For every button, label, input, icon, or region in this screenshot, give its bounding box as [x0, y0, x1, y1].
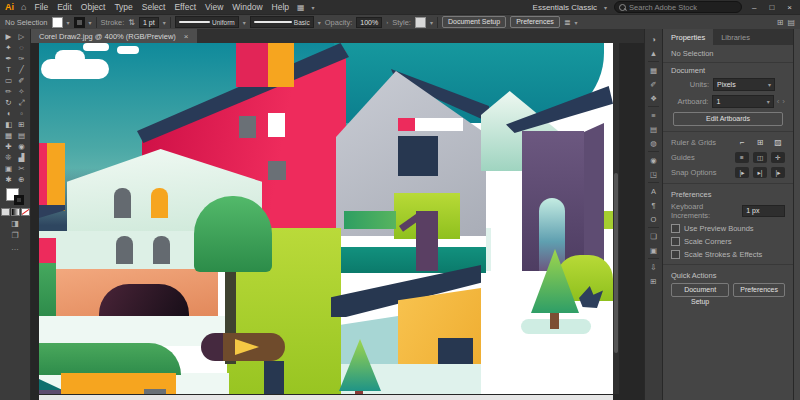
corner-ruler-icon[interactable]: ⌐: [735, 137, 749, 148]
units-select[interactable]: Pixels▾: [713, 78, 775, 91]
swatches-panel-icon[interactable]: ▦: [646, 63, 661, 77]
document-tab[interactable]: Corel Draw2.jpg @ 400% (RGB/Preview) ×: [31, 29, 197, 43]
scale-corners-checkbox[interactable]: [671, 237, 680, 246]
keyboard-increments-input[interactable]: 1 px: [742, 205, 785, 217]
quick-preferences-button[interactable]: Preferences: [733, 283, 785, 297]
maximize-button[interactable]: □: [766, 3, 777, 12]
lasso-tool[interactable]: ◌: [15, 42, 28, 53]
gray-house-window-navy[interactable]: [398, 136, 438, 176]
purple-tree-trunk[interactable]: [416, 211, 438, 271]
hand-tool[interactable]: ✱: [2, 174, 15, 185]
gray-house-window-pink[interactable]: [398, 118, 415, 131]
document-setup-button[interactable]: Document Setup: [442, 16, 506, 28]
edit-artboards-button[interactable]: Edit Artboards: [673, 112, 783, 126]
purple-house-side[interactable]: [584, 123, 604, 271]
magic-wand-tool[interactable]: ✦: [2, 42, 15, 53]
width-tool[interactable]: ◖: [2, 108, 15, 119]
tunnel-arch[interactable]: [99, 284, 189, 316]
zoom-tool[interactable]: ⊕: [15, 174, 28, 185]
stroke-panel-icon[interactable]: ≡: [646, 108, 661, 122]
artboard[interactable]: [39, 43, 613, 394]
selection-tool[interactable]: ▶: [2, 31, 15, 42]
stroke-stepper-icon[interactable]: ⇅: [128, 18, 135, 27]
color-panel-icon[interactable]: ◑: [646, 32, 661, 46]
transparency-panel-icon[interactable]: ◍: [646, 136, 661, 150]
symbol-sprayer-tool[interactable]: ❊: [2, 152, 15, 163]
eyedropper-tool[interactable]: ✚: [2, 141, 15, 152]
rotate-tool[interactable]: ↻: [2, 97, 15, 108]
opacity-more-icon[interactable]: ›: [386, 19, 388, 25]
slice-tool[interactable]: ✂: [15, 163, 28, 174]
edit-toolbar-icon[interactable]: …: [11, 243, 19, 252]
menu-type[interactable]: Type: [113, 2, 133, 12]
color-button[interactable]: [1, 208, 10, 216]
brush-definition-select[interactable]: Basic: [250, 16, 314, 28]
shape-builder-tool[interactable]: ◧: [2, 119, 15, 130]
menu-effect[interactable]: Effect: [173, 2, 197, 12]
tab-libraries[interactable]: Libraries: [713, 29, 758, 45]
arrange-documents-icon[interactable]: ⊞: [777, 18, 784, 27]
asset-export-panel-icon[interactable]: ⇩: [646, 260, 661, 274]
use-preview-bounds-checkbox[interactable]: [671, 224, 680, 233]
pencil-tool[interactable]: ✏: [2, 86, 15, 97]
scale-strokes-effects-checkbox[interactable]: [671, 250, 680, 259]
green-bush[interactable]: [39, 343, 181, 375]
graphic-styles-panel-icon[interactable]: ◳: [646, 167, 661, 181]
make-guides-icon[interactable]: ✛: [771, 152, 785, 163]
stroke-proxy[interactable]: [14, 195, 24, 205]
menu-file[interactable]: File: [33, 2, 49, 12]
mint-house-arch-window-gray[interactable]: [114, 188, 131, 218]
red-house-window-white[interactable]: [268, 113, 285, 137]
horizontal-scrollbar[interactable]: [31, 394, 644, 400]
curvature-tool[interactable]: ✑: [15, 53, 28, 64]
pink-block[interactable]: [39, 238, 56, 263]
green-hedge[interactable]: [344, 211, 396, 229]
preferences-button[interactable]: Preferences: [510, 16, 560, 28]
cloud[interactable]: [83, 43, 109, 51]
width-profile-chevron-icon[interactable]: ▾: [243, 19, 246, 26]
stroke-chevron-icon[interactable]: ▾: [89, 19, 92, 26]
line-segment-tool[interactable]: ╱: [15, 64, 28, 75]
mesh-tool[interactable]: ▦: [2, 130, 15, 141]
fill-chevron-icon[interactable]: ▾: [67, 19, 70, 26]
stroke-weight-chevron-icon[interactable]: ▾: [163, 19, 166, 26]
style-swatch[interactable]: [415, 17, 426, 28]
mint-wall-arch-window[interactable]: [116, 236, 133, 264]
menu-edit[interactable]: Edit: [56, 2, 73, 12]
tab-properties[interactable]: Properties: [663, 29, 713, 45]
opentype-panel-icon[interactable]: O: [646, 212, 661, 226]
menu-view[interactable]: View: [204, 2, 224, 12]
gradient-tool[interactable]: ▤: [15, 130, 28, 141]
snap-to-pixel-icon[interactable]: ▸|: [753, 167, 767, 178]
variable-width-profile-select[interactable]: Uniform: [175, 16, 239, 28]
none-button[interactable]: [21, 208, 30, 216]
mailbox-post[interactable]: [264, 361, 284, 394]
fill-color-swatch[interactable]: [52, 17, 63, 28]
yellow-house-side[interactable]: [341, 316, 398, 364]
pine-trunk[interactable]: [550, 311, 559, 329]
home-icon[interactable]: ⌂: [21, 2, 26, 12]
stroke-weight-input[interactable]: 1 pt: [139, 17, 159, 28]
align-panel-icon[interactable]: ⊞: [646, 274, 661, 288]
menu-object[interactable]: Object: [80, 2, 107, 12]
transparency-grid-icon[interactable]: ▨: [771, 137, 785, 148]
artboards-panel-icon[interactable]: ▣: [646, 243, 661, 257]
show-guides-icon[interactable]: ≡: [735, 152, 749, 163]
blend-tool[interactable]: ◉: [15, 141, 28, 152]
snap-to-grid-icon[interactable]: |▸: [735, 167, 749, 178]
orange-flag[interactable]: [47, 143, 65, 211]
red-house-window[interactable]: [268, 161, 286, 180]
red-house-window[interactable]: [239, 116, 256, 138]
perspective-grid-tool[interactable]: ⊞: [15, 119, 28, 130]
free-transform-tool[interactable]: ▫: [15, 108, 28, 119]
tree-canopy[interactable]: [194, 196, 272, 272]
chimney-front[interactable]: [236, 43, 268, 87]
workspace-chevron-icon[interactable]: ▾: [604, 4, 607, 11]
column-graph-tool[interactable]: ▟: [15, 152, 28, 163]
screen-mode-icon[interactable]: ❐: [11, 231, 18, 240]
workspace-name[interactable]: Essentials Classic: [533, 3, 597, 12]
drawing-modes-icon[interactable]: ◨: [11, 219, 19, 228]
panel-menu-icon[interactable]: ▤: [787, 18, 795, 27]
chimney-side[interactable]: [268, 43, 294, 87]
shaper-tool[interactable]: ✧: [15, 86, 28, 97]
